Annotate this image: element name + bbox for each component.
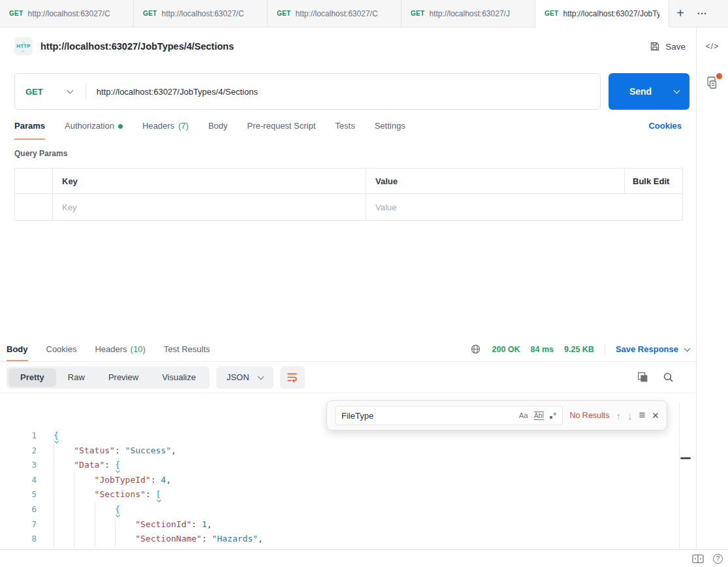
json-token-str: "Success" <box>125 446 171 455</box>
wrap-lines-button[interactable] <box>280 366 305 389</box>
workspace-tab[interactable]: GEThttp://localhost:63027/J <box>402 0 535 27</box>
view-mode-pretty[interactable]: Pretty <box>8 368 56 387</box>
row-handle-cell <box>15 194 53 221</box>
scrollbar-thumb[interactable] <box>680 457 691 459</box>
copy-icon[interactable] <box>637 372 648 383</box>
line-number: 4 <box>0 473 37 488</box>
indent-guide <box>54 532 54 547</box>
cookies-link[interactable]: Cookies <box>648 119 682 140</box>
tab-url: http://localhost:63027/C <box>295 9 377 18</box>
request-method-badge: GET <box>545 10 558 17</box>
workspace-tab[interactable]: GEThttp://localhost:63027/C <box>268 0 402 27</box>
json-token-punc: : <box>202 534 212 543</box>
response-tab-cookies[interactable]: Cookies <box>46 337 77 361</box>
request-tab-pre-request-script[interactable]: Pre-request Script <box>247 119 316 140</box>
tab-url: http://localhost:63027/C <box>27 9 110 18</box>
method-dropdown[interactable]: GET <box>15 87 86 97</box>
tab-label: Authorization <box>65 121 114 131</box>
save-response-button[interactable]: Save Response <box>616 344 689 354</box>
regex-toggle-icon[interactable]: * <box>550 410 556 421</box>
save-button[interactable]: Save <box>650 41 686 52</box>
fold-toggle[interactable]: [ <box>156 489 161 499</box>
workspace-tab[interactable]: GEThttp://localhost:63027/C <box>134 0 268 27</box>
whole-word-toggle-icon[interactable]: Abl <box>534 412 544 420</box>
scrollbar-track <box>679 402 680 549</box>
send-label: Send <box>629 86 652 97</box>
request-tab-body[interactable]: Body <box>208 119 228 140</box>
search-icon[interactable] <box>663 372 674 383</box>
request-tab-params[interactable]: Params <box>14 119 45 140</box>
search-overlay: Aa Abl * No Results ↑ ↓ ≡ × <box>326 400 667 430</box>
next-match-icon[interactable]: ↓ <box>627 410 633 421</box>
tab-label: Headers <box>142 121 174 131</box>
comments-icon[interactable] <box>706 76 719 92</box>
json-token-key: "JobTypeId" <box>95 475 151 485</box>
view-mode-visualize[interactable]: Visualize <box>150 368 208 387</box>
indent-guide <box>54 487 54 502</box>
close-search-icon[interactable]: × <box>652 411 659 420</box>
param-key-cell <box>53 194 366 221</box>
tab-label: Tests <box>335 121 355 131</box>
save-label: Save <box>665 42 686 52</box>
json-token-punc: , <box>207 519 212 529</box>
save-response-label: Save Response <box>616 344 678 354</box>
search-options-icon[interactable]: ≡ <box>639 409 646 422</box>
previous-match-icon[interactable]: ↑ <box>616 410 622 421</box>
help-icon[interactable]: ? <box>713 554 723 564</box>
select-column-header <box>15 169 53 194</box>
indent-guide <box>74 517 74 532</box>
query-params-table: Key Value Bulk Edit <box>14 168 683 221</box>
line-content: "SectionId": 1, <box>54 517 696 532</box>
request-tab-authorization[interactable]: Authorization <box>65 119 123 140</box>
notification-dot <box>716 73 722 79</box>
request-tabs-strip: GEThttp://localhost:63027/CGEThttp://loc… <box>0 0 669 27</box>
tab-url: http://localhost:63027/J <box>429 9 509 18</box>
two-pane-layout-icon[interactable] <box>692 554 704 564</box>
line-content: { <box>54 502 696 517</box>
fold-toggle[interactable]: { <box>115 504 120 514</box>
search-field: Aa Abl * <box>335 406 563 425</box>
code-line: 4"JobTypeId": 4, <box>0 473 696 488</box>
bulk-edit-button[interactable]: Bulk Edit <box>625 169 683 194</box>
response-tab-body[interactable]: Body <box>7 337 28 361</box>
workspace-tab[interactable]: GEThttp://localhost:63027/JobTypes/4/Sec… <box>535 0 669 27</box>
send-options-chevron-icon[interactable] <box>674 88 680 94</box>
fold-toggle[interactable]: { <box>115 460 120 470</box>
view-mode-raw[interactable]: Raw <box>56 368 97 387</box>
param-value-input[interactable] <box>375 202 667 212</box>
response-tab-test-results[interactable]: Test Results <box>164 337 210 361</box>
url-input[interactable] <box>86 87 600 97</box>
indent-guide <box>74 487 74 502</box>
chevron-down-icon <box>684 345 691 351</box>
search-input[interactable] <box>341 411 513 421</box>
json-token-punc: : <box>104 460 115 470</box>
tab-url: http://localhost:63027/JobTypes/4/Sectio… <box>563 9 659 18</box>
param-key-input[interactable] <box>62 202 351 212</box>
more-actions-button[interactable]: ••• <box>691 10 714 17</box>
indent-guide <box>54 517 54 532</box>
format-dropdown[interactable]: JSON <box>216 366 274 389</box>
json-token-punc: : <box>146 489 156 499</box>
request-tab-tests[interactable]: Tests <box>335 119 355 140</box>
workspace-tab[interactable]: GEThttp://localhost:63027/C <box>0 0 134 27</box>
code-line: 8"SectionName": "Hazards", <box>0 532 696 547</box>
tab-label: Body <box>7 344 28 354</box>
request-tab-headers[interactable]: Headers(7) <box>142 119 189 140</box>
response-tab-headers[interactable]: Headers(10) <box>95 337 145 361</box>
url-row: GET Send <box>14 73 689 110</box>
send-button[interactable]: Send <box>609 73 689 110</box>
indent-guide <box>74 532 74 547</box>
new-tab-button[interactable]: + <box>669 6 691 21</box>
fold-toggle[interactable]: { <box>54 430 59 440</box>
indent-guide <box>74 473 74 488</box>
match-case-toggle-icon[interactable]: Aa <box>519 412 528 419</box>
json-token-punc: : <box>115 446 125 455</box>
request-tab-settings[interactable]: Settings <box>375 119 405 140</box>
request-response-splitter[interactable] <box>0 221 696 337</box>
code-snippet-icon[interactable]: </> <box>706 42 719 51</box>
request-url-box: GET <box>14 73 601 110</box>
line-content: "Data": { <box>54 458 696 473</box>
globe-icon[interactable] <box>470 344 481 355</box>
line-number: 2 <box>0 444 37 459</box>
view-mode-preview[interactable]: Preview <box>97 368 150 387</box>
